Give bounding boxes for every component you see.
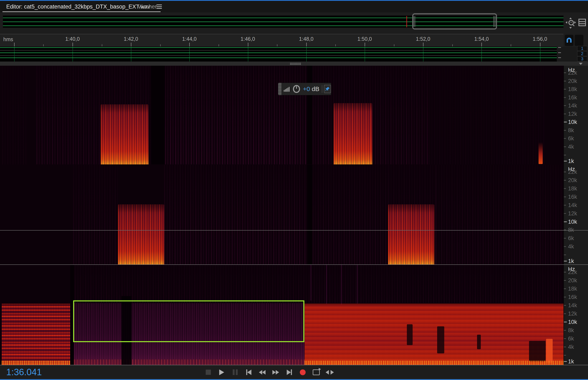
record-icon — [300, 369, 306, 375]
tab-mischer[interactable]: Mischer — [137, 1, 157, 13]
frequency-scale-ch2: Hz22k20k18k16k14k12k10k8k6k4k1k — [564, 165, 588, 265]
record-button[interactable] — [299, 369, 306, 376]
frequency-tick — [564, 130, 566, 131]
ruler-tick — [423, 43, 423, 46]
channel-number-2[interactable]: 2 — [577, 51, 587, 56]
channel-dropdown-icon[interactable] — [579, 63, 583, 65]
frequency-label: 20k — [568, 78, 577, 84]
spectrogram-channel-3[interactable] — [0, 265, 564, 365]
frequency-label: 14k — [568, 102, 577, 109]
gain-knob[interactable] — [293, 85, 300, 93]
ruler-tick — [43, 44, 44, 46]
channel-number-1[interactable]: 1 — [577, 46, 587, 51]
stop-button[interactable] — [205, 369, 212, 376]
channel-tick — [558, 47, 561, 48]
frequency-label: 8k — [568, 327, 574, 333]
overview-playhead — [406, 16, 407, 27]
ruler-tick — [131, 43, 131, 46]
frequency-label: 22k — [568, 169, 577, 175]
panel-menu-icon[interactable] — [156, 5, 162, 9]
timeline-ruler[interactable]: hms 1:40,01:42,01:44,01:46,01:48,01:50,0… — [0, 34, 564, 47]
frequency-tick — [564, 305, 566, 305]
frequency-tick — [564, 205, 566, 205]
overview-navigator[interactable] — [3, 16, 564, 28]
tab-editor-label: Editor: cat5_concatenated_32kbps_DTX_bas… — [6, 3, 150, 10]
frequency-label: 18k — [568, 86, 577, 93]
frequency-tick — [564, 221, 567, 222]
channel-number-3[interactable]: 3 — [577, 56, 587, 61]
ruler-time-label: 1:42,0 — [124, 36, 138, 42]
track-divider[interactable] — [0, 230, 588, 230]
channel-separator — [0, 55, 557, 56]
waveform-ch1 — [0, 47, 557, 48]
channel-tick — [558, 52, 561, 53]
pin-button[interactable] — [324, 85, 331, 93]
frequency-scale-column: Hz22k20k18k16k14k12k10k8k6k4k1k Hz22k20k… — [564, 66, 588, 365]
frequency-tick — [564, 155, 566, 155]
panel-list-icon[interactable] — [578, 19, 586, 26]
viewport-left-handle[interactable] — [413, 16, 416, 27]
panel-tabbar: Editor: cat5_concatenated_32kbps_DTX_bas… — [0, 1, 588, 13]
frequency-tick — [564, 330, 566, 330]
snap-button[interactable] — [565, 35, 573, 46]
fast-forward-icon — [276, 370, 279, 375]
spectrogram-channel-1[interactable] — [0, 66, 564, 164]
frequency-tick — [564, 197, 566, 197]
frequency-tick — [564, 114, 566, 114]
frequency-label: 10k — [568, 319, 577, 325]
time-grid-line — [73, 47, 73, 61]
ruler-tick — [306, 43, 307, 46]
skip-to-start-button[interactable] — [245, 369, 252, 376]
spectrogram-channel-2[interactable] — [0, 165, 564, 265]
frequency-tick — [564, 346, 566, 347]
ruler-tick — [14, 43, 15, 46]
fast-forward-button[interactable] — [272, 369, 279, 376]
snap-magnet-icon — [567, 38, 571, 41]
frequency-label: 14k — [568, 202, 577, 208]
ruler-time-label: 1:50,0 — [357, 36, 372, 42]
time-display[interactable]: 1:36.041 — [6, 367, 42, 377]
gain-hud[interactable]: +0 dB — [278, 83, 331, 95]
ruler-tick — [335, 44, 336, 46]
zoom-navigate-icon[interactable]: − — [566, 19, 575, 27]
ruler-time-label: 1:44,0 — [182, 36, 197, 42]
frequency-tick — [564, 146, 566, 147]
frequency-tick — [564, 73, 566, 73]
ruler-tick — [189, 43, 190, 46]
frequency-tick — [564, 361, 567, 362]
frequency-tick — [564, 297, 566, 297]
level-bars-icon — [284, 86, 290, 92]
time-grid-line — [14, 47, 15, 61]
frequency-label: 10k — [568, 119, 577, 125]
frequency-tick — [564, 122, 567, 122]
frequency-tick — [564, 255, 566, 255]
frequency-label: 18k — [568, 185, 577, 192]
drag-handle-icon[interactable] — [278, 83, 281, 95]
frequency-tick — [564, 313, 566, 314]
spectral-selection-rect[interactable] — [73, 300, 304, 342]
play-button[interactable] — [218, 369, 225, 376]
rewind-button[interactable] — [259, 369, 266, 376]
waveform-rows[interactable] — [0, 47, 557, 61]
viewport-right-handle[interactable] — [494, 16, 496, 27]
pause-button[interactable] — [232, 369, 239, 376]
panel-splitter[interactable] — [0, 61, 588, 66]
marker-button[interactable] — [575, 35, 583, 46]
loud-audio-block — [2, 304, 70, 365]
loop-playback-button[interactable] — [313, 369, 320, 376]
gain-value[interactable]: +0 — [303, 85, 310, 93]
frequency-label: 8k — [568, 127, 574, 133]
ruler-unit-label: hms — [3, 36, 13, 42]
ruler-tick — [511, 44, 511, 46]
speech-burst — [118, 204, 164, 265]
splitter-grip-icon — [290, 63, 301, 65]
skip-playhead-button[interactable] — [326, 369, 333, 376]
ruler-tick — [219, 44, 219, 46]
skip-to-end-button[interactable] — [286, 369, 293, 376]
frequency-tick — [564, 261, 567, 262]
frequency-label: 12k — [568, 111, 577, 117]
overview-viewport-rect[interactable] — [412, 13, 497, 30]
spectrogram-area — [0, 66, 564, 365]
frequency-tick — [564, 180, 566, 181]
track-divider[interactable] — [0, 265, 588, 265]
